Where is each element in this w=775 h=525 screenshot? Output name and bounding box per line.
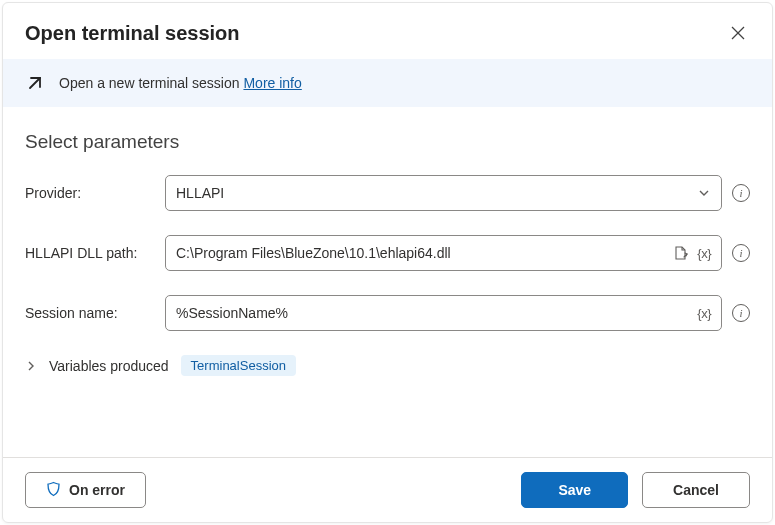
session-label: Session name:	[25, 305, 157, 321]
variable-chip[interactable]: TerminalSession	[181, 355, 296, 376]
variables-label: Variables produced	[49, 358, 169, 374]
content: Select parameters Provider: HLLAPI i HLL…	[3, 107, 772, 457]
info-banner: Open a new terminal session More info	[3, 59, 772, 107]
on-error-button[interactable]: On error	[25, 472, 146, 508]
dll-info-icon[interactable]: i	[732, 244, 750, 262]
session-row: Session name: %SessionName% {x} i	[25, 295, 750, 331]
session-value: %SessionName%	[176, 305, 697, 321]
section-title: Select parameters	[25, 131, 750, 153]
banner-text-label: Open a new terminal session	[59, 75, 243, 91]
file-picker-icon[interactable]	[673, 245, 689, 261]
svg-line-2	[30, 78, 40, 88]
more-info-link[interactable]: More info	[243, 75, 301, 91]
session-info-icon[interactable]: i	[732, 304, 750, 322]
cancel-button[interactable]: Cancel	[642, 472, 750, 508]
dll-row: HLLAPI DLL path: C:\Program Files\BlueZo…	[25, 235, 750, 271]
cancel-label: Cancel	[673, 482, 719, 498]
on-error-label: On error	[69, 482, 125, 498]
provider-label: Provider:	[25, 185, 157, 201]
save-button[interactable]: Save	[521, 472, 628, 508]
close-button[interactable]	[726, 21, 750, 45]
footer: On error Save Cancel	[3, 457, 772, 522]
provider-info-icon[interactable]: i	[732, 184, 750, 202]
chevron-right-icon[interactable]	[25, 360, 37, 372]
dll-value: C:\Program Files\BlueZone\10.1\ehlapi64.…	[176, 245, 673, 261]
session-input[interactable]: %SessionName% {x}	[165, 295, 722, 331]
variable-picker-icon[interactable]: {x}	[697, 306, 711, 321]
close-icon	[731, 26, 745, 40]
provider-value: HLLAPI	[176, 185, 697, 201]
save-label: Save	[558, 482, 591, 498]
provider-row: Provider: HLLAPI i	[25, 175, 750, 211]
shield-icon	[46, 481, 61, 500]
dll-input[interactable]: C:\Program Files\BlueZone\10.1\ehlapi64.…	[165, 235, 722, 271]
variables-row: Variables produced TerminalSession	[25, 355, 750, 376]
provider-select[interactable]: HLLAPI	[165, 175, 722, 211]
dialog-header: Open terminal session	[3, 3, 772, 59]
chevron-down-icon	[697, 186, 711, 200]
open-arrow-icon	[25, 73, 45, 93]
variable-picker-icon[interactable]: {x}	[697, 246, 711, 261]
dialog-title: Open terminal session	[25, 22, 240, 45]
banner-text: Open a new terminal session More info	[59, 75, 302, 91]
dll-label: HLLAPI DLL path:	[25, 245, 157, 261]
dialog: Open terminal session Open a new termina…	[2, 2, 773, 523]
